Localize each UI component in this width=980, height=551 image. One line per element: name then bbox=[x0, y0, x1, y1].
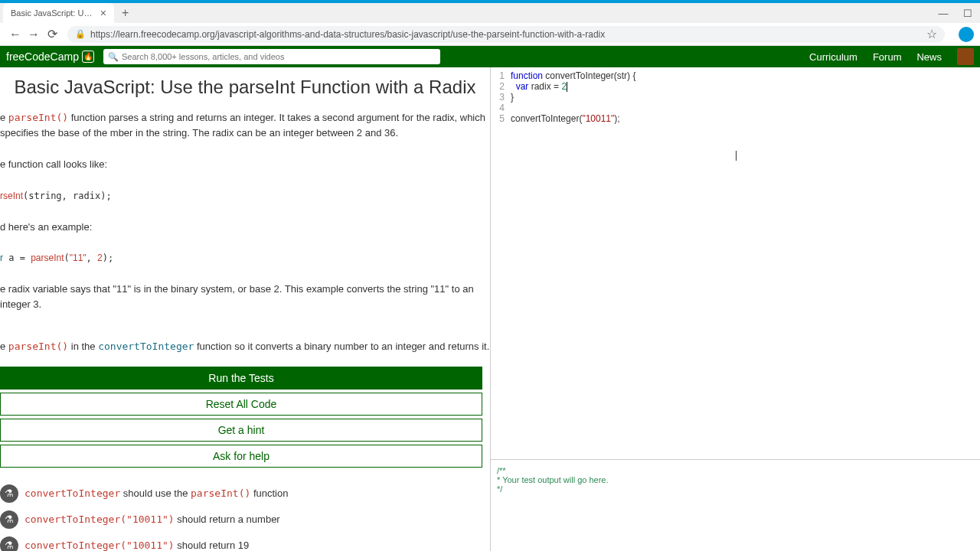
line-number: 4 bbox=[491, 103, 511, 113]
editor-line[interactable]: 2 var radix = 2 bbox=[491, 81, 980, 92]
line-number: 2 bbox=[491, 81, 511, 92]
back-button[interactable]: ← bbox=[6, 25, 24, 44]
test-row: ⚗convertToInteger("10011") should return… bbox=[0, 533, 490, 552]
editor-line[interactable]: 5convertToInteger("10011"); bbox=[491, 113, 980, 124]
right-panel: 1function convertToInteger(str) {2 var r… bbox=[490, 67, 980, 551]
test-text: convertToInteger("10011") should return … bbox=[24, 514, 280, 525]
lock-icon: 🔒 bbox=[75, 29, 86, 39]
reset-code-button[interactable]: Reset All Code bbox=[0, 393, 482, 416]
bookmark-icon[interactable]: ☆ bbox=[926, 27, 937, 41]
description-1: e parseInt() function parses a string an… bbox=[0, 107, 490, 143]
page-title: Basic JavaScript: Use the parseInt Funct… bbox=[0, 67, 490, 107]
test-text: convertToInteger should use the parseInt… bbox=[24, 487, 288, 499]
url-text: https://learn.freecodecamp.org/javascrip… bbox=[90, 29, 605, 40]
browser-profile-icon[interactable] bbox=[959, 27, 974, 42]
close-icon[interactable]: × bbox=[100, 7, 106, 19]
avatar[interactable] bbox=[957, 48, 974, 65]
forward-button[interactable]: → bbox=[24, 25, 43, 44]
flask-icon: ⚗ bbox=[0, 510, 18, 529]
browser-titlebar: Basic JavaScript: Use the parseIn × + — … bbox=[0, 0, 980, 23]
main: Basic JavaScript: Use the parseInt Funct… bbox=[0, 67, 980, 551]
url-bar[interactable]: 🔒 https://learn.freecodecamp.org/javascr… bbox=[67, 26, 945, 43]
new-tab-button[interactable]: + bbox=[122, 6, 129, 20]
editor-line[interactable]: 3} bbox=[491, 92, 980, 103]
nav-forum[interactable]: Forum bbox=[873, 51, 902, 63]
run-tests-button[interactable]: Run the Tests bbox=[0, 367, 482, 390]
line-number: 5 bbox=[491, 113, 511, 124]
logo[interactable]: freeCodeCamp 🔥 bbox=[6, 51, 94, 63]
editor-line[interactable]: 4 bbox=[491, 103, 980, 113]
flask-icon: ⚗ bbox=[0, 484, 18, 503]
code-example-2: r a = parseInt("11", 2); bbox=[0, 248, 490, 268]
site-header: freeCodeCamp 🔥 🔍 Curriculum Forum News bbox=[0, 46, 980, 67]
nav-links: Curriculum Forum News bbox=[809, 48, 974, 65]
description-2: e function call looks like: bbox=[0, 154, 490, 175]
window-controls: — ☐ bbox=[931, 3, 980, 23]
line-number: 3 bbox=[491, 92, 511, 103]
code-editor[interactable]: 1function convertToInteger(str) {2 var r… bbox=[491, 67, 980, 459]
nav-curriculum[interactable]: Curriculum bbox=[809, 51, 858, 63]
test-text: convertToInteger("10011") should return … bbox=[24, 540, 249, 551]
minimize-button[interactable]: — bbox=[931, 3, 956, 23]
code-example-1: rseInt(string, radix); bbox=[0, 186, 490, 206]
browser-tab[interactable]: Basic JavaScript: Use the parseIn × bbox=[3, 3, 114, 23]
test-row: ⚗convertToInteger("10011") should return… bbox=[0, 507, 490, 532]
hint-button[interactable]: Get a hint bbox=[0, 419, 482, 442]
test-row: ⚗convertToInteger should use the parseIn… bbox=[0, 481, 490, 506]
lesson-panel: Basic JavaScript: Use the parseInt Funct… bbox=[0, 67, 490, 551]
search-box[interactable]: 🔍 bbox=[103, 49, 440, 64]
flame-icon: 🔥 bbox=[82, 51, 94, 63]
ask-help-button[interactable]: Ask for help bbox=[0, 445, 482, 468]
editor-line[interactable]: 1function convertToInteger(str) { bbox=[491, 70, 980, 81]
description-3: d here's an example: bbox=[0, 217, 490, 238]
line-number: 1 bbox=[491, 70, 511, 81]
browser-addressbar: ← → ⟳ 🔒 https://learn.freecodecamp.org/j… bbox=[0, 23, 980, 46]
description-4: e radix variable says that "11" is in th… bbox=[0, 279, 490, 315]
reload-button[interactable]: ⟳ bbox=[43, 25, 61, 44]
maximize-button[interactable]: ☐ bbox=[956, 3, 980, 23]
tab-title: Basic JavaScript: Use the parseIn bbox=[11, 8, 94, 18]
search-input[interactable] bbox=[122, 52, 436, 61]
test-list: ⚗convertToInteger should use the parseIn… bbox=[0, 477, 490, 552]
flask-icon: ⚗ bbox=[0, 536, 18, 552]
description-5: e parseInt() in the convertToInteger fun… bbox=[0, 336, 490, 357]
nav-news[interactable]: News bbox=[916, 51, 942, 63]
output-console: /** * Your test output will go here. */ bbox=[491, 459, 980, 551]
search-icon: 🔍 bbox=[108, 52, 119, 62]
action-buttons: Run the Tests Reset All Code Get a hint … bbox=[0, 357, 490, 477]
editor-text-cursor bbox=[736, 151, 737, 161]
